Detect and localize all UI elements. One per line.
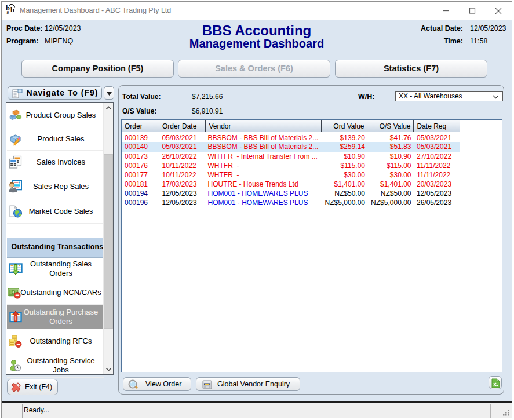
svg-text:b: b: [10, 6, 14, 14]
svg-text:s: s: [7, 9, 9, 15]
